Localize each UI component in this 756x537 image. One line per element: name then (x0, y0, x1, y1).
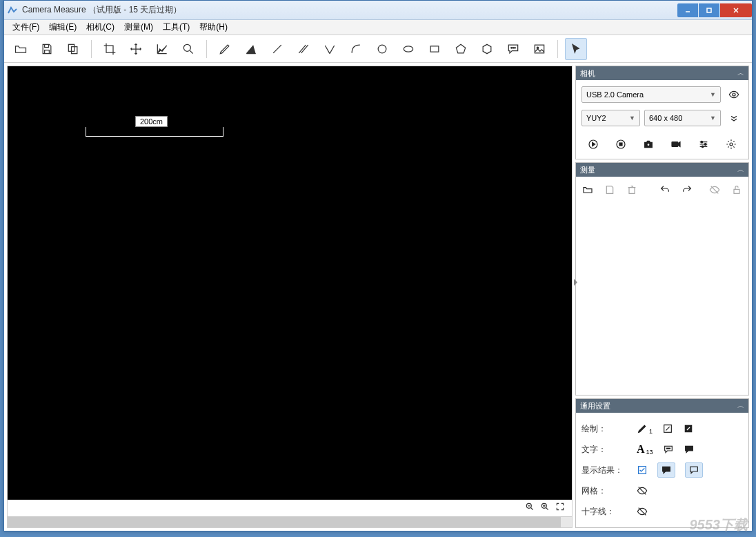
menubar: 文件(F) 编辑(E) 相机(C) 测量(M) 工具(T) 帮助(H) (4, 20, 752, 35)
parallel-lines-button[interactable] (292, 38, 315, 60)
record-button[interactable] (667, 135, 685, 153)
camera-panel-title: 相机 (580, 68, 595, 79)
svg-point-30 (669, 448, 670, 449)
histogram-button[interactable] (151, 38, 173, 60)
zoom-out-button[interactable] (525, 502, 535, 514)
close-button[interactable] (720, 3, 752, 17)
visibility-button[interactable] (725, 86, 743, 104)
result-comment-filled-button[interactable] (657, 462, 675, 478)
stop-button[interactable] (612, 135, 630, 153)
image-button[interactable] (528, 38, 550, 60)
result-comment-outline-button[interactable] (685, 462, 703, 478)
text-comment-button[interactable] (663, 444, 674, 455)
settings-panel-header[interactable]: 通用设置 ︿ (576, 399, 748, 413)
measure-save-button[interactable] (601, 181, 619, 199)
maximize-button[interactable] (699, 3, 719, 17)
move-button[interactable] (125, 38, 147, 60)
fullscreen-button[interactable] (555, 502, 565, 514)
arc-button[interactable] (345, 38, 367, 60)
crop-button[interactable] (99, 38, 121, 60)
toolbar-separator (557, 40, 558, 58)
measure-list[interactable] (576, 203, 748, 395)
toolbar-separator (206, 40, 207, 58)
zoom-button[interactable] (177, 38, 199, 60)
sliders-button[interactable] (695, 135, 713, 153)
text-font-button[interactable]: A13 (637, 443, 653, 456)
grid-visibility-button[interactable] (637, 485, 648, 496)
canvas-container: 200cm (7, 66, 573, 528)
svg-point-19 (647, 144, 650, 146)
menu-measure[interactable]: 测量(M) (120, 20, 157, 35)
text-label: 文字： (581, 444, 630, 456)
app-icon (7, 5, 18, 16)
svg-point-23 (702, 146, 704, 148)
svg-rect-18 (619, 143, 622, 146)
measure-lock-button[interactable] (728, 181, 746, 199)
settings-panel: 通用设置 ︿ 绘制： 1 文字： A (575, 398, 749, 528)
camera-panel-header[interactable]: 相机 ︿ (576, 66, 748, 80)
menu-file[interactable]: 文件(F) (8, 20, 43, 35)
circle-button[interactable] (371, 38, 393, 60)
show-result-label: 显示结果： (581, 465, 630, 476)
menu-help[interactable]: 帮助(H) (195, 20, 232, 35)
draw-fill-button[interactable] (683, 423, 694, 434)
save-button[interactable] (36, 38, 58, 60)
svg-point-15 (733, 93, 735, 96)
minimize-button[interactable] (677, 3, 698, 17)
camera-resolution-dropdown[interactable]: 640 x 480 ▼ (644, 110, 721, 126)
svg-rect-11 (535, 45, 544, 53)
app-window: Camera Measure （试用版 - 15 天后过期） 文件(F) 编辑(… (3, 0, 753, 531)
camera-device-dropdown[interactable]: USB 2.0 Camera ▼ (581, 86, 721, 103)
zoom-in-button[interactable] (540, 502, 550, 514)
cross-label: 十字线： (581, 506, 630, 518)
settings-panel-title: 通用设置 (580, 401, 610, 411)
svg-point-28 (666, 448, 667, 449)
angle-button[interactable] (240, 38, 262, 60)
menu-tools[interactable]: 工具(T) (159, 20, 194, 35)
camera-format-dropdown[interactable]: YUY2 ▼ (581, 110, 640, 126)
svg-point-9 (513, 47, 514, 48)
measure-visibility-button[interactable] (706, 181, 724, 199)
measure-delete-button[interactable] (623, 181, 641, 199)
svg-point-5 (378, 45, 386, 53)
show-result-checkbox[interactable] (637, 465, 648, 476)
svg-point-8 (511, 47, 513, 48)
pointer-button[interactable] (565, 38, 587, 60)
horizontal-scrollbar[interactable] (8, 516, 572, 527)
measure-panel-header[interactable]: 测量 ︿ (576, 163, 748, 177)
menu-camera[interactable]: 相机(C) (82, 20, 119, 35)
snapshot-button[interactable] (639, 135, 657, 153)
svg-rect-7 (430, 46, 439, 51)
settings-button[interactable] (722, 135, 740, 153)
camera-format-value: YUY2 (586, 114, 606, 122)
draw-edit-button[interactable] (662, 423, 673, 434)
toolbar (4, 35, 752, 63)
menu-edit[interactable]: 编辑(E) (45, 20, 81, 35)
measure-open-button[interactable] (579, 181, 597, 199)
cross-visibility-button[interactable] (637, 506, 648, 517)
angle2-button[interactable] (319, 38, 341, 60)
svg-point-24 (730, 143, 733, 146)
panel-resize-handle[interactable] (573, 274, 578, 291)
draw-label: 绘制： (581, 423, 630, 435)
side-panel: 相机 ︿ USB 2.0 Camera ▼ YUY2 ▼ (575, 63, 752, 531)
draw-pencil-button[interactable]: 1 (637, 423, 653, 434)
canvas[interactable]: 200cm (8, 66, 572, 500)
expand-options-button[interactable] (725, 109, 743, 127)
redo-button[interactable] (678, 181, 696, 199)
line-button[interactable] (266, 38, 288, 60)
collapse-icon: ︿ (737, 68, 744, 78)
polygon-button[interactable] (476, 38, 498, 60)
copy-button[interactable] (62, 38, 84, 60)
text-comment-filled-button[interactable] (684, 444, 695, 455)
open-button[interactable] (10, 38, 32, 60)
ellipse-button[interactable] (397, 38, 419, 60)
pencil-button[interactable] (214, 38, 236, 60)
comment-button[interactable] (502, 38, 524, 60)
pentagon-button[interactable] (450, 38, 472, 60)
play-button[interactable] (584, 135, 602, 153)
svg-point-29 (668, 448, 668, 449)
rectangle-button[interactable] (424, 38, 446, 60)
undo-button[interactable] (656, 181, 674, 199)
measurement-overlay[interactable]: 200cm (86, 123, 223, 137)
